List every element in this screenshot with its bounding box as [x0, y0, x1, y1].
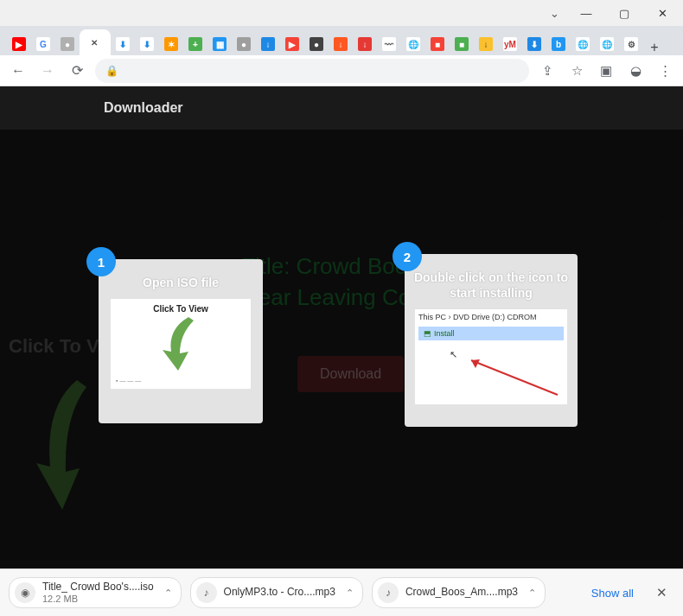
green-plus-icon: +	[188, 37, 202, 51]
browser-tabstrip: ▶G●✕⬇⬇✶+▦●↓▶●↓↓〰🌐■■↓yM⬇b🌐🌐⚙+	[0, 26, 683, 55]
tab-red-play-icon[interactable]: ▶	[280, 33, 304, 55]
red-play-icon: ▶	[285, 37, 299, 51]
window-titlebar: ⌄ — ▢ ✕	[0, 0, 683, 26]
tab-close-icon[interactable]: ✕	[80, 29, 111, 55]
window-maximize-button[interactable]: ▢	[605, 1, 643, 25]
menu-icon[interactable]: ⋮	[654, 60, 676, 82]
instruction-card-2: 2 Double click on the icon to start inst…	[405, 254, 578, 427]
orange-down-icon: ↓	[334, 37, 348, 51]
lock-icon: 🔒	[105, 65, 118, 77]
tab-yellow-down-icon[interactable]: ↓	[474, 33, 498, 55]
close-icon: ✕	[87, 35, 101, 49]
tab-orange-down-icon[interactable]: ↓	[329, 33, 353, 55]
audio-icon: ♪	[378, 582, 399, 603]
download-item-1[interactable]: ♪OnlyMP3.to - Cro....mp3⌃	[190, 577, 363, 608]
site-header: Downloader	[0, 86, 683, 130]
tab-generic-gray-icon[interactable]: ●	[55, 33, 80, 55]
tab-dark-circle-icon[interactable]: ●	[304, 33, 329, 55]
download-item-text: Crowd_Boos_Am....mp3	[405, 587, 518, 598]
site-title: Downloader	[104, 100, 183, 116]
downloads-shelf: ◉Title_ Crowd Boo's....iso12.2 MB⌃♪OnlyM…	[0, 568, 683, 616]
tab-curve-icon[interactable]: 〰	[377, 33, 401, 55]
window-dropdown-icon[interactable]: ⌄	[541, 7, 567, 20]
card-2-thumbnail: This PC › DVD Drive (D:) CDROM ⬒ Install…	[415, 309, 567, 404]
window-minimize-button[interactable]: —	[567, 1, 605, 25]
tab-green-plus-icon[interactable]: +	[183, 33, 207, 55]
green-square-icon: ■	[455, 37, 469, 51]
install-row: ⬒ Install	[418, 327, 564, 340]
thumb-caption: Click To View	[153, 304, 208, 314]
cloud-down-icon: ⬇	[116, 37, 130, 51]
browser-addressbar: ← → ⟳ 🔒 ⇪ ☆ ▣ ◒ ⋮	[0, 55, 683, 86]
nav-reload-button[interactable]: ⟳	[66, 60, 88, 82]
profile-icon[interactable]: ◒	[624, 60, 647, 82]
download-item-text: Title_ Crowd Boo's....iso12.2 MB	[42, 581, 154, 603]
tab-gray-circle-icon[interactable]: ●	[232, 33, 256, 55]
tab-globe-icon-2[interactable]: 🌐	[571, 33, 595, 55]
tab-down-arrow-icon[interactable]: ↓	[256, 33, 280, 55]
card-2-title: Double click on the icon to start instal…	[413, 270, 569, 301]
disc-icon: ◉	[15, 582, 35, 603]
tab-globe-icon-3[interactable]: 🌐	[595, 33, 619, 55]
tab-red-down-icon[interactable]: ↓	[353, 33, 377, 55]
install-icon: ⬒	[424, 329, 431, 338]
shelf-close-button[interactable]: ✕	[649, 581, 674, 604]
page-body: Click To View Title: Crowd Boo's Amber H…	[0, 130, 683, 568]
card-1-title: Open ISO file	[107, 275, 254, 290]
show-all-link[interactable]: Show all	[584, 583, 641, 603]
window-close-button[interactable]: ✕	[643, 1, 681, 25]
tab-red-square-icon[interactable]: ■	[425, 33, 450, 55]
blue-b-icon: b	[552, 37, 565, 51]
curve-icon: 〰	[382, 37, 396, 51]
tab-cloud-down-icon-2[interactable]: ⬇	[135, 33, 159, 55]
down-arrow-icon	[159, 314, 202, 374]
blue-grid-icon: ▦	[213, 37, 227, 51]
red-square-icon: ■	[431, 37, 444, 51]
step-badge-2: 2	[393, 242, 422, 271]
download-item-text: OnlyMP3.to - Cro....mp3	[224, 587, 335, 598]
instruction-card-1: 1 Open ISO file Click To View ▪ — — —	[99, 259, 263, 423]
google-icon: G	[36, 37, 50, 51]
cloud-down-icon-2: ⬇	[140, 37, 154, 51]
red-down-icon: ↓	[358, 37, 372, 51]
nav-forward-button[interactable]: →	[36, 60, 59, 82]
gear-icon: ⚙	[624, 37, 638, 51]
youtube-icon: ▶	[12, 37, 26, 51]
audio-icon: ♪	[196, 582, 217, 603]
chevron-up-icon[interactable]: ⌃	[528, 587, 536, 599]
share-icon[interactable]: ⇪	[536, 60, 559, 82]
globe-icon-2: 🌐	[576, 37, 590, 51]
tab-gear-icon[interactable]: ⚙	[619, 33, 643, 55]
chevron-up-icon[interactable]: ⌃	[164, 587, 172, 599]
tab-green-square-icon[interactable]: ■	[450, 33, 474, 55]
side-panel-icon[interactable]: ▣	[595, 60, 617, 82]
download-item-0[interactable]: ◉Title_ Crowd Boo's....iso12.2 MB⌃	[9, 577, 182, 608]
install-label: Install	[434, 329, 455, 338]
svg-line-0	[471, 360, 558, 395]
down-arrow-icon: ↓	[261, 37, 275, 51]
blue-down-icon: ⬇	[527, 37, 541, 51]
gray-circle-icon: ●	[237, 37, 251, 51]
generic-gray-icon: ●	[61, 37, 74, 51]
red-arrow-icon	[458, 356, 562, 399]
tab-blue-grid-icon[interactable]: ▦	[207, 33, 232, 55]
step-badge-1: 1	[86, 247, 116, 276]
nav-back-button[interactable]: ←	[7, 60, 29, 82]
url-box[interactable]: 🔒	[95, 59, 529, 83]
y-m-icon: yM	[503, 37, 517, 51]
tab-youtube-icon[interactable]: ▶	[7, 33, 31, 55]
download-item-2[interactable]: ♪Crowd_Boos_Am....mp3⌃	[372, 577, 546, 608]
tab-orange-burst-icon[interactable]: ✶	[159, 33, 183, 55]
tab-cloud-down-icon[interactable]: ⬇	[111, 33, 135, 55]
star-icon[interactable]: ☆	[565, 60, 588, 82]
tab-google-icon[interactable]: G	[31, 33, 55, 55]
new-tab-button[interactable]: +	[643, 40, 666, 55]
chevron-up-icon[interactable]: ⌃	[346, 587, 354, 599]
card-1-thumbnail: Click To View ▪ — — —	[111, 299, 251, 389]
dark-circle-icon: ●	[310, 37, 323, 51]
tab-globe-icon[interactable]: 🌐	[401, 33, 425, 55]
tab-y-m-icon[interactable]: yM	[498, 33, 522, 55]
tab-blue-down-icon[interactable]: ⬇	[522, 33, 546, 55]
tab-blue-b-icon[interactable]: b	[546, 33, 571, 55]
globe-icon: 🌐	[406, 37, 420, 51]
